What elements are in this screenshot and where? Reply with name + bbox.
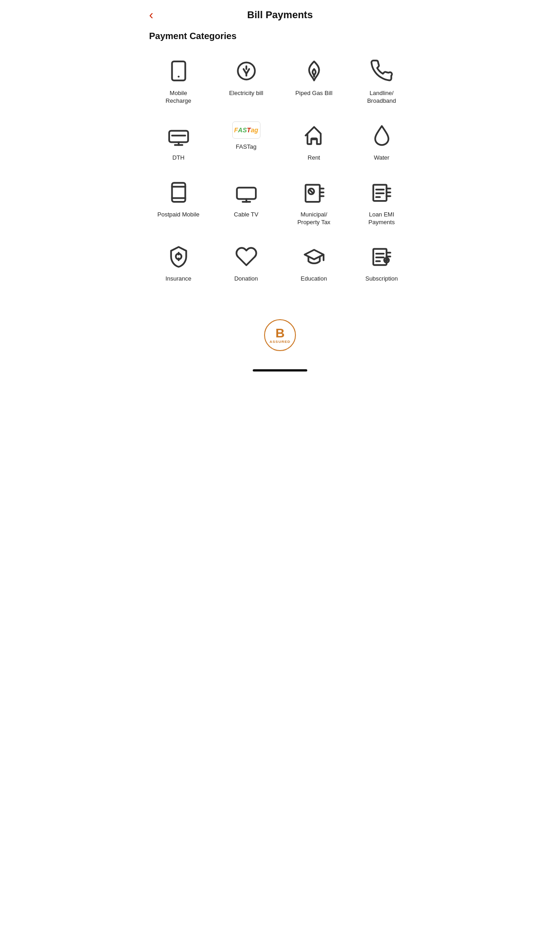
- postpaid-mobile-icon: [165, 178, 193, 206]
- dth-label: DTH: [172, 154, 185, 162]
- piped-gas-bill-icon: [300, 57, 328, 85]
- mobile-recharge-label: MobileRecharge: [165, 90, 191, 105]
- category-item-piped-gas-bill[interactable]: Piped Gas Bill: [280, 50, 348, 114]
- water-icon: [368, 121, 396, 150]
- b-assured-text: ASSURED: [270, 340, 290, 344]
- cable-tv-label: Cable TV: [234, 211, 259, 219]
- b-assured-logo: B ASSURED: [264, 319, 296, 351]
- category-item-fastag[interactable]: FASTag FASTag: [212, 114, 280, 171]
- rent-label: Rent: [308, 154, 320, 162]
- municipal-tax-label: Municipal/Property Tax: [297, 211, 330, 226]
- municipal-tax-icon: [300, 178, 328, 206]
- page-title: Bill Payments: [247, 9, 313, 21]
- subscription-label: Subscription: [365, 275, 398, 283]
- bottom-logo-area: B ASSURED: [140, 319, 420, 365]
- loan-emi-label: Loan EMIPayments: [369, 211, 395, 226]
- subscription-icon: [368, 242, 396, 271]
- category-item-electricity-bill[interactable]: Electricity bill: [212, 50, 280, 114]
- landline-broadband-label: Landline/Broadband: [367, 90, 396, 105]
- svg-rect-5: [169, 131, 188, 142]
- loan-emi-icon: [368, 178, 396, 206]
- rent-icon: [300, 121, 328, 150]
- donation-icon: [232, 242, 260, 271]
- insurance-icon: [165, 242, 193, 271]
- education-label: Education: [301, 275, 327, 283]
- water-label: Water: [374, 154, 389, 162]
- category-item-rent[interactable]: Rent: [280, 114, 348, 171]
- home-indicator: [253, 369, 307, 372]
- cable-tv-icon: [232, 178, 260, 206]
- category-item-dth[interactable]: DTH: [145, 114, 212, 171]
- donation-label: Donation: [234, 275, 258, 283]
- category-item-cable-tv[interactable]: Cable TV: [212, 171, 280, 236]
- category-item-education[interactable]: Education: [280, 235, 348, 292]
- svg-rect-9: [172, 183, 185, 202]
- category-item-loan-emi[interactable]: Loan EMIPayments: [348, 171, 415, 236]
- category-item-insurance[interactable]: Insurance: [145, 235, 212, 292]
- section-title: Payment Categories: [140, 26, 420, 50]
- category-item-donation[interactable]: Donation: [212, 235, 280, 292]
- fastag-icon: FASTag: [232, 121, 260, 139]
- electricity-bill-icon: [232, 57, 260, 85]
- landline-broadband-icon: [368, 57, 396, 85]
- postpaid-mobile-label: Postpaid Mobile: [157, 211, 200, 219]
- category-item-landline-broadband[interactable]: Landline/Broadband: [348, 50, 415, 114]
- category-item-subscription[interactable]: Subscription: [348, 235, 415, 292]
- category-item-mobile-recharge[interactable]: MobileRecharge: [145, 50, 212, 114]
- header: ‹ Bill Payments: [140, 0, 420, 26]
- svg-line-20: [309, 189, 313, 193]
- back-button[interactable]: ‹: [149, 8, 153, 22]
- fastag-label: FASTag: [236, 143, 257, 151]
- svg-rect-12: [237, 187, 256, 199]
- svg-point-2: [238, 62, 255, 80]
- category-item-postpaid-mobile[interactable]: Postpaid Mobile: [145, 171, 212, 236]
- electricity-bill-label: Electricity bill: [229, 90, 263, 97]
- category-item-municipal-tax[interactable]: Municipal/Property Tax: [280, 171, 348, 236]
- piped-gas-bill-label: Piped Gas Bill: [295, 90, 333, 97]
- category-item-water[interactable]: Water: [348, 114, 415, 171]
- mobile-recharge-icon: [165, 57, 193, 85]
- insurance-label: Insurance: [165, 275, 191, 283]
- education-icon: [300, 242, 328, 271]
- b-assured-letter: B: [275, 327, 285, 340]
- categories-grid: MobileRecharge Electricity bill Piped Ga…: [140, 50, 420, 292]
- dth-icon: [165, 121, 193, 150]
